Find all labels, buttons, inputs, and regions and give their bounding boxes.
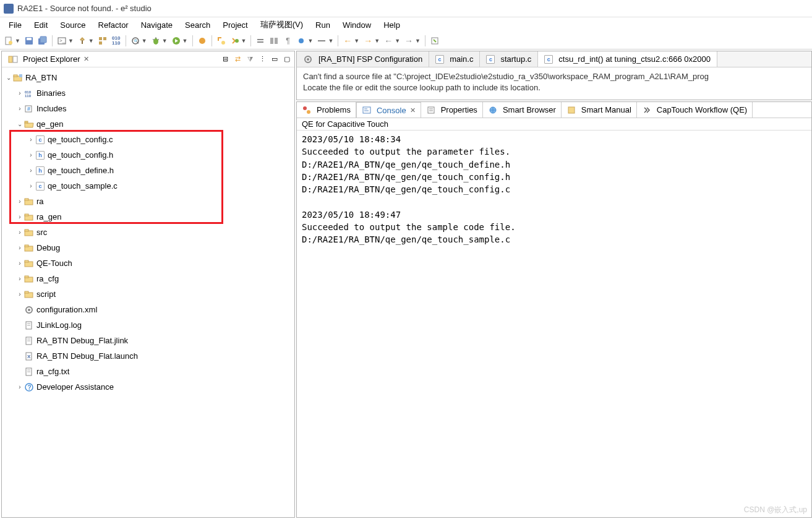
save-all-button[interactable]	[36, 35, 49, 47]
ai-button[interactable]: 🔍	[129, 35, 142, 47]
menu-project[interactable]: Project	[216, 18, 254, 32]
tree-item-ra-cfg-txt[interactable]: ra_cfg.txt	[2, 364, 294, 379]
tree-item-ra[interactable]: ›ra	[2, 194, 294, 209]
console-icon	[362, 105, 372, 115]
svg-text:#: #	[27, 106, 30, 112]
bottom-tab-bar: Problems Console ✕ Properties Smart Brow…	[297, 102, 811, 118]
tree-item-label: RA_BTN Debug_Flat.launch	[36, 351, 138, 361]
breakpoint-button[interactable]	[295, 35, 307, 47]
menu-renesas-view[interactable]: 瑞萨视图(V)	[254, 17, 309, 33]
collapse-all-icon[interactable]: ⊟	[220, 54, 230, 64]
binary-button[interactable]: 010110	[110, 35, 122, 47]
prev-button[interactable]: ←	[382, 35, 395, 47]
view-menu-icon[interactable]: ⋮	[257, 54, 267, 64]
twisty-icon[interactable]: ›	[15, 198, 24, 205]
tree-item-qe-touch-config-h[interactable]: ›hqe_touch_config.h	[2, 147, 294, 163]
svg-rect-5	[40, 36, 46, 43]
twisty-icon[interactable]: ›	[15, 384, 24, 390]
launch-button[interactable]	[196, 35, 208, 47]
tree-item-ra-btn[interactable]: ⌄RA_BTN	[2, 70, 294, 85]
tab-startup-c[interactable]: c startup.c	[480, 51, 538, 67]
menu-source[interactable]: Source	[54, 18, 92, 32]
project-tree[interactable]: ⌄RA_BTN›010110Binaries›#Includes⌄qe_gen›…	[2, 67, 294, 517]
build-button[interactable]	[76, 35, 88, 47]
twisty-icon[interactable]: ⌄	[4, 74, 13, 81]
save-button[interactable]	[23, 35, 35, 47]
tree-item-ra-cfg[interactable]: ›ra_cfg	[2, 271, 294, 286]
twisty-icon[interactable]: ⌄	[15, 121, 24, 127]
build-config-button[interactable]	[96, 35, 109, 47]
twisty-icon[interactable]: ›	[15, 260, 24, 267]
terminal-dropdown[interactable]: ▼	[68, 38, 74, 44]
menu-run[interactable]: Run	[309, 18, 336, 32]
tab-problems[interactable]: Problems	[297, 102, 356, 118]
tab-console[interactable]: Console ✕	[356, 102, 421, 118]
skip-button[interactable]	[315, 35, 328, 47]
toggle-block-button[interactable]	[268, 35, 280, 47]
menu-edit[interactable]: Edit	[28, 18, 54, 32]
link-editor-icon[interactable]: ⇄	[233, 54, 242, 64]
filter-icon[interactable]: ⧩	[245, 54, 255, 64]
tree-item-ra-gen[interactable]: ›ra_gen	[2, 209, 294, 225]
pin-button[interactable]	[429, 35, 441, 47]
twisty-icon[interactable]: ›	[15, 229, 24, 236]
menu-navigate[interactable]: Navigate	[135, 18, 179, 32]
tab-ctsu-rd-int[interactable]: c ctsu_rd_int() at tuning_ctsu2.c:666 0x…	[538, 51, 717, 67]
tree-item-src[interactable]: ›src	[2, 225, 294, 240]
tab-main-c[interactable]: c main.c	[429, 51, 480, 67]
twisty-icon[interactable]: ›	[27, 152, 35, 158]
back-button[interactable]: ←	[341, 35, 354, 47]
tree-item-jlinklog-log[interactable]: JLinkLog.log	[2, 317, 294, 333]
twisty-icon[interactable]: ›	[15, 291, 24, 298]
menu-file[interactable]: File	[2, 18, 28, 32]
twisty-icon[interactable]: ›	[27, 136, 35, 143]
tab-smart-browser[interactable]: Smart Browser	[483, 102, 562, 118]
menu-help[interactable]: Help	[377, 18, 406, 32]
menu-refactor[interactable]: Refactor	[92, 18, 135, 32]
tree-item-qe-touch-config-c[interactable]: ›cqe_touch_config.c	[2, 132, 294, 147]
twisty-icon[interactable]: ›	[15, 244, 24, 251]
forward-button[interactable]: →	[362, 35, 374, 47]
tree-item-debug[interactable]: ›Debug	[2, 240, 294, 255]
tree-item-configuration-xml[interactable]: configuration.xml	[2, 302, 294, 317]
twisty-icon[interactable]: ›	[15, 90, 24, 97]
close-icon[interactable]: ✕	[83, 55, 89, 63]
tree-item-qe-gen[interactable]: ⌄qe_gen	[2, 116, 294, 132]
tree-item-developer-assistance[interactable]: ›?Developer Assistance	[2, 379, 294, 395]
tab-smart-manual[interactable]: Smart Manual	[562, 102, 637, 118]
terminal-button[interactable]: >_	[56, 35, 68, 47]
twisty-icon[interactable]: ›	[15, 275, 24, 282]
tab-captouch-workflow[interactable]: CapTouch Workflow (QE)	[637, 102, 753, 118]
debug-button[interactable]	[150, 35, 162, 47]
tree-item-includes[interactable]: ›#Includes	[2, 101, 294, 116]
build-dropdown[interactable]: ▼	[88, 38, 94, 44]
tree-item-binaries[interactable]: ›010110Binaries	[2, 85, 294, 101]
tree-item-ra-btn-debug-flat-jlink[interactable]: RA_BTN Debug_Flat.jlink	[2, 333, 294, 348]
tree-item-script[interactable]: ›script	[2, 286, 294, 302]
twisty-icon[interactable]: ›	[15, 213, 24, 220]
menu-window[interactable]: Window	[336, 18, 377, 32]
tree-item-qe-touch-define-h[interactable]: ›hqe_touch_define.h	[2, 163, 294, 178]
project-explorer-tab[interactable]: Project Explorer ✕	[4, 53, 93, 66]
close-icon[interactable]: ✕	[410, 106, 416, 114]
tree-item-qe-touch-sample-c[interactable]: ›cqe_touch_sample.c	[2, 178, 294, 194]
twisty-icon[interactable]: ›	[27, 182, 35, 189]
pilcrow-button[interactable]: ¶	[281, 35, 294, 47]
twisty-icon[interactable]: ›	[27, 167, 35, 174]
tree-item-ra-btn-debug-flat-launch[interactable]: XRA_BTN Debug_Flat.launch	[2, 348, 294, 364]
svg-rect-22	[257, 39, 263, 40]
tab-properties[interactable]: Properties	[421, 102, 483, 118]
next-button[interactable]: →	[403, 35, 415, 47]
tree-item-qe-touch[interactable]: ›QE-Touch	[2, 255, 294, 271]
minimize-icon[interactable]: ▭	[270, 54, 280, 64]
menu-search[interactable]: Search	[179, 18, 216, 32]
run-button[interactable]	[170, 35, 182, 47]
new-dropdown[interactable]: ▼	[15, 38, 20, 44]
open-task-button[interactable]	[229, 35, 241, 47]
twisty-icon[interactable]: ›	[15, 105, 24, 112]
new-button[interactable]	[2, 35, 15, 47]
new-file-button[interactable]	[215, 35, 228, 47]
tab-fsp-configuration[interactable]: [RA_BTN] FSP Configuration	[297, 51, 429, 67]
maximize-icon[interactable]: ▢	[282, 54, 292, 64]
toggle-mark-button[interactable]	[254, 35, 267, 47]
